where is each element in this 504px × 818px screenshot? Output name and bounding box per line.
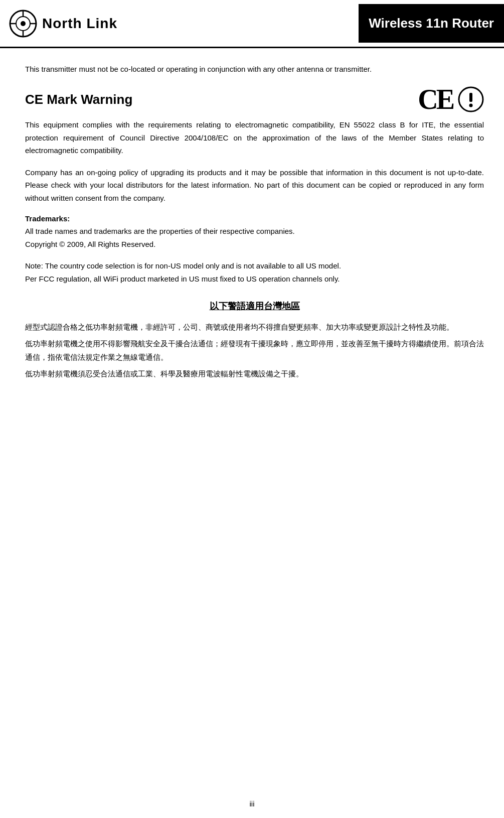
taiwan-para3: 低功率射頻電機須忍受合法通信或工業、科學及醫療用電波輻射性電機設備之干擾。 — [25, 367, 484, 380]
page-footer: iii — [0, 799, 504, 808]
logo-icon — [8, 9, 38, 39]
warning-icon — [458, 86, 484, 112]
trademarks-line2: Copyright © 2009, All Rights Reserved. — [25, 238, 484, 251]
ce-paragraph-1: This equipment complies with the require… — [25, 118, 484, 157]
ce-icons: CE — [418, 85, 484, 113]
taiwan-para2: 低功率射頻電機之使用不得影響飛航安全及干擾合法通信；經發現有干擾現象時，應立即停… — [25, 337, 484, 364]
ce-header-row: CE Mark Warning CE — [25, 85, 484, 113]
logo-area: North Link — [8, 9, 117, 39]
svg-point-2 — [21, 21, 26, 26]
svg-point-9 — [469, 104, 473, 107]
trademarks-body: All trade names and trademarks are the p… — [25, 225, 484, 250]
ce-symbol: CE — [418, 85, 453, 113]
header-title: Wireless 11n Router — [359, 4, 504, 43]
page-number: iii — [250, 799, 255, 808]
note-section: Note: The country code selection is for … — [25, 259, 484, 285]
trademarks-title: Trademarks: — [25, 214, 484, 223]
taiwan-title: 以下警語適用台灣地區 — [210, 300, 300, 312]
trademarks-section: Trademarks: All trade names and trademar… — [25, 214, 484, 250]
svg-rect-8 — [469, 93, 472, 102]
taiwan-para1: 經型式認證合格之低功率射頻電機，非經許可，公司、商號或使用者均不得擅自變更頻率、… — [25, 320, 484, 334]
ce-mark-title: CE Mark Warning — [25, 92, 132, 107]
main-content: This transmitter must not be co-located … — [0, 48, 504, 400]
taiwan-paragraphs: 經型式認證合格之低功率射頻電機，非經許可，公司、商號或使用者均不得擅自變更頻率、… — [25, 320, 484, 380]
header: North Link Wireless 11n Router — [0, 0, 504, 48]
note-line1: Note: The country code selection is for … — [25, 259, 484, 272]
transmitter-note: This transmitter must not be co-located … — [25, 63, 484, 75]
trademarks-line1: All trade names and trademarks are the p… — [25, 225, 484, 238]
note-line2: Per FCC regulation, all WiFi product mar… — [25, 272, 484, 286]
logo-text: North Link — [42, 16, 117, 32]
ce-mark-section: CE Mark Warning CE This equipment compli… — [25, 85, 484, 204]
ce-paragraph-2: Company has an on-going policy of upgrad… — [25, 166, 484, 205]
taiwan-section: 以下警語適用台灣地區 經型式認證合格之低功率射頻電機，非經許可，公司、商號或使用… — [25, 300, 484, 380]
